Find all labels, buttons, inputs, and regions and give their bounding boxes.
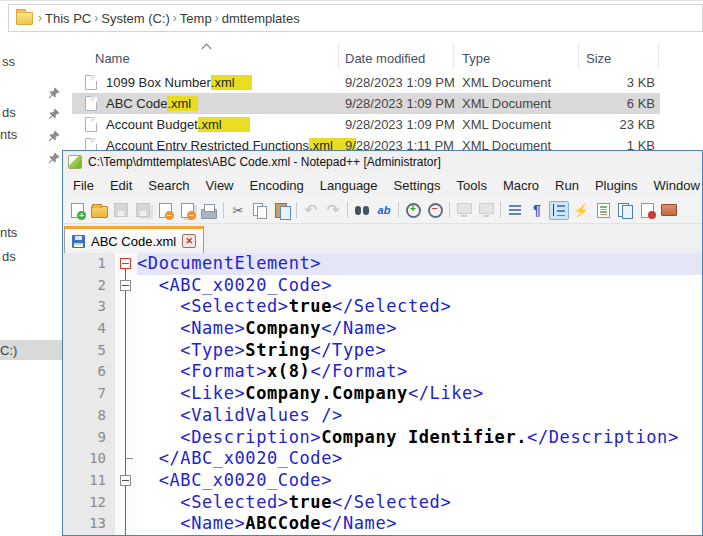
code-line[interactable]: <Like>Company.Company</Like> [137,383,702,405]
column-header-size[interactable]: Size [586,51,611,66]
column-header-date-modified[interactable]: Date modified [345,51,425,66]
fold-collapse-icon[interactable] [120,280,131,291]
sync-vertical-scroll-icon[interactable] [454,201,474,220]
pin-icon[interactable] [48,128,60,140]
saved-file-icon [72,235,85,248]
zoom-in-icon[interactable] [403,201,423,220]
sidebar-item-downloads-2[interactable]: ds [2,249,16,264]
menu-item-run[interactable]: Run [547,175,587,196]
code-line[interactable]: <ABC_x0020_Code> [137,470,702,492]
sidebar-item-documents[interactable]: nts [0,127,17,142]
code-line[interactable]: <ABC_x0020_Code> [137,275,702,297]
menu-item-language[interactable]: Language [312,175,386,196]
pin-icon[interactable] [48,85,60,97]
column-header-name[interactable]: Name [95,51,130,66]
menu-item-search[interactable]: Search [140,175,197,196]
word-wrap-icon[interactable] [505,201,525,220]
code-line[interactable]: <Name>ABCCode</Name> [137,513,702,535]
undo-icon[interactable]: ↶ [301,201,321,220]
define-language-icon[interactable]: ⚡ [571,201,591,220]
find-icon[interactable] [352,201,372,220]
breadcrumb: ›This PC›System (C:)›Temp›dmttemplates [38,11,303,26]
print-icon[interactable] [199,201,219,220]
file-name: ABC Code [106,96,167,111]
new-file-icon[interactable] [67,201,87,220]
copy-icon[interactable] [250,201,270,220]
show-all-chars-icon[interactable]: ¶ [527,201,547,220]
title-bar[interactable]: C:\Temp\dmttemplates\ABC Code.xml - Note… [63,151,702,173]
replace-icon[interactable]: ab [374,201,394,220]
redo-icon[interactable]: ↷ [323,201,343,220]
menu-item-tools[interactable]: Tools [449,175,495,196]
breadcrumb-item[interactable]: System (C:) [98,11,173,26]
sidebar-item-downloads[interactable]: ds [2,105,16,120]
editor: 1<DocumentElement>2 <ABC_x0020_Code>3 <S… [63,253,702,535]
zoom-out-icon[interactable] [425,201,445,220]
address-bar[interactable]: ›This PC›System (C:)›Temp›dmttemplates [8,4,703,32]
code-line[interactable]: <Selected>true</Selected> [137,296,702,318]
fold-margin [115,361,137,383]
line-number: 4 [63,318,115,340]
xml-tag: <Like> [180,383,245,403]
monitoring-icon[interactable] [659,201,679,220]
editor-line: 12 <Selected>true</Selected> [63,492,702,514]
menu-item-encoding[interactable]: Encoding [242,175,312,196]
tab-abc-code[interactable]: ABC Code.xml ✕ [64,226,204,253]
line-number: 8 [63,405,115,427]
close-all-icon[interactable] [177,201,197,220]
breadcrumb-item[interactable]: This PC [42,11,94,26]
file-type: XML Document [462,117,551,132]
code-line[interactable]: </ABC_x0020_Code> [137,448,702,470]
menu-item-macro[interactable]: Macro [495,175,547,196]
breadcrumb-item[interactable]: dmttemplates [219,11,303,26]
xml-tag: <Selected> [180,492,288,512]
column-header-type[interactable]: Type [462,51,490,66]
menu-item-file[interactable]: File [65,175,102,196]
document-list-icon[interactable] [615,201,635,220]
fold-collapse-icon[interactable] [120,475,131,486]
code-line[interactable]: <ValidValues /> [137,405,702,427]
function-list-icon[interactable] [637,201,657,220]
line-number: 7 [63,383,115,405]
pin-icon[interactable] [48,150,60,162]
breadcrumb-item[interactable]: Temp [177,11,215,26]
menu-item-settings[interactable]: Settings [386,175,449,196]
document-map-icon[interactable] [593,201,613,220]
code-line[interactable]: <Format>x(8)</Format> [137,361,702,383]
file-row[interactable]: 1099 Box Number.xml9/28/2023 1:09 PMXML … [72,72,660,93]
fold-collapse-icon[interactable] [120,258,131,269]
indent-guide-icon[interactable] [549,201,569,220]
fold-margin [115,296,137,318]
window-title: C:\Temp\dmttemplates\ABC Code.xml - Note… [88,155,441,169]
save-icon[interactable] [111,201,131,220]
menu-item-plugins[interactable]: Plugins [587,175,646,196]
code-line[interactable]: <Selected>true</Selected> [137,492,702,514]
file-row[interactable]: ABC Code.xml9/28/2023 1:09 PMXML Documen… [72,93,660,114]
sort-ascending-icon[interactable] [202,44,212,54]
pin-icon[interactable] [48,106,60,118]
tab-close-icon[interactable]: ✕ [182,234,196,248]
close-icon[interactable] [155,201,175,220]
menu-item-view[interactable]: View [198,175,242,196]
code-line[interactable]: <Description>Company Identifier.</Descri… [137,427,702,449]
open-file-icon[interactable] [89,201,109,220]
sidebar-item-documents-2[interactable]: nts [0,225,17,240]
paste-icon[interactable] [272,201,292,220]
menu-item-window[interactable]: Window [646,175,703,196]
code-line[interactable]: <Name>Company</Name> [137,318,702,340]
sidebar-item-quick-access[interactable]: ss [2,54,15,69]
file-size: 3 KB [542,75,655,90]
xml-value: true [289,296,332,316]
sync-horizontal-scroll-icon[interactable] [476,201,496,220]
xml-tag: </Name> [321,318,397,338]
fold-margin [115,318,137,340]
file-row[interactable]: Account Budget.xml9/28/2023 1:09 PMXML D… [72,114,660,135]
menu-item-edit[interactable]: Edit [102,175,140,196]
xml-value: ABCCode [245,513,321,533]
editor-line: 13 <Name>ABCCode</Name> [63,513,702,535]
code-line[interactable]: <DocumentElement> [137,253,702,275]
save-all-icon[interactable] [133,201,153,220]
cut-icon[interactable]: ✂ [228,201,248,220]
sidebar-item-system-c[interactable]: C:) [0,343,17,358]
code-line[interactable]: <Type>String</Type> [137,340,702,362]
